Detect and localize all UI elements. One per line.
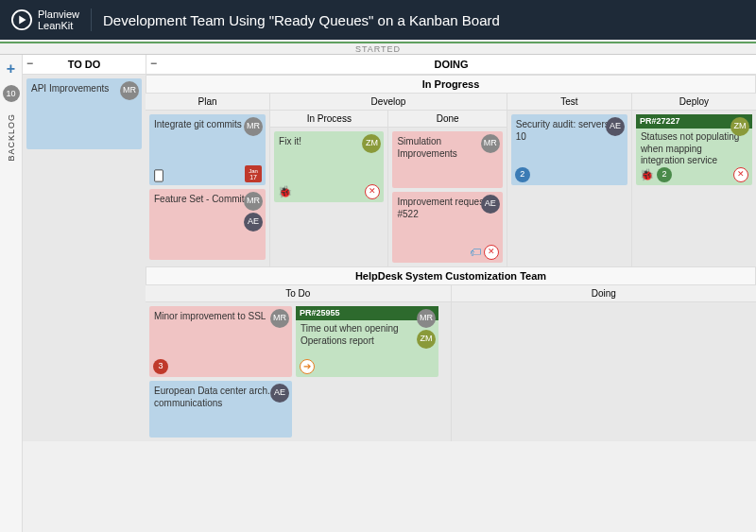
- subcol-develop[interactable]: Develop: [270, 94, 507, 111]
- subcol-plan[interactable]: Plan: [146, 94, 269, 111]
- brand-line1: Planview: [38, 9, 79, 20]
- subcol-deploy[interactable]: Deploy: [632, 94, 756, 111]
- swimlane-in-progress[interactable]: In Progress: [146, 75, 756, 94]
- tag-icon: 🏷: [470, 246, 481, 260]
- avatar[interactable]: MR: [270, 309, 289, 328]
- avatar[interactable]: ZM: [362, 134, 381, 153]
- subcol-hd-doing[interactable]: Doing: [452, 285, 757, 302]
- card-api-improvements[interactable]: API Improvements MR: [26, 78, 142, 149]
- started-strip: STARTED: [0, 42, 756, 55]
- subcol-done[interactable]: Done: [388, 111, 506, 128]
- card-ssl[interactable]: Minor improvement to SSL MR 3: [149, 306, 292, 377]
- brand-logo: Planview LeanKit: [11, 9, 79, 31]
- card-feature-set[interactable]: Feature Set - Commits MR AE: [149, 189, 266, 260]
- avatar[interactable]: AE: [606, 117, 625, 136]
- blocked-icon[interactable]: ✕: [365, 184, 380, 199]
- brand-line2: LeanKit: [38, 20, 79, 31]
- card-security-audit[interactable]: Security audit: servers 1-10 AE 2: [511, 114, 627, 185]
- avatar[interactable]: AE: [270, 384, 289, 403]
- svg-rect-1: [155, 170, 163, 181]
- card-simulation[interactable]: Simulation Improvements MR: [392, 131, 502, 188]
- swimlane-helpdesk[interactable]: HelpDesk System Customization Team: [146, 266, 756, 285]
- card-pr27227[interactable]: PR#27227 Statuses not populating when ma…: [636, 114, 752, 185]
- subcol-test[interactable]: Test: [507, 94, 631, 111]
- play-icon: [11, 9, 32, 30]
- collapse-icon[interactable]: −: [26, 57, 33, 70]
- bug-icon: 🐞: [640, 168, 654, 182]
- divider: [91, 9, 92, 31]
- app-header: Planview LeanKit Development Team Using …: [0, 0, 756, 40]
- column-header-doing[interactable]: − DOING: [146, 55, 756, 74]
- blocked-icon[interactable]: ✕: [733, 167, 748, 182]
- avatar[interactable]: AE: [244, 213, 263, 232]
- card-integrate-git[interactable]: Integrate git commits MR Jan17: [149, 114, 266, 185]
- left-sidebar: + 10 BACKLOG: [0, 55, 23, 532]
- backlog-count[interactable]: 10: [3, 85, 20, 102]
- avatar[interactable]: ZM: [730, 117, 749, 136]
- blocked-icon[interactable]: ✕: [484, 245, 499, 260]
- add-button[interactable]: +: [7, 60, 15, 77]
- subcol-in-process[interactable]: In Process: [270, 111, 387, 128]
- bug-icon: 🐞: [278, 185, 292, 199]
- todo-column: API Improvements MR: [23, 75, 146, 441]
- avatar[interactable]: MR: [417, 309, 436, 328]
- avatar[interactable]: MR: [244, 117, 263, 136]
- backlog-label[interactable]: BACKLOG: [7, 113, 16, 162]
- avatar[interactable]: ZM: [417, 330, 436, 349]
- doing-column: In Progress Plan Integrate git commits M…: [146, 75, 756, 441]
- card-pr25955[interactable]: PR#25955 Time out when opening Operation…: [296, 306, 438, 377]
- avatar[interactable]: MR: [244, 192, 263, 211]
- card-fix-it[interactable]: Fix it! ZM 🐞 ✕: [274, 131, 384, 202]
- card-eu-datacenter[interactable]: European Data center arch. communication…: [149, 381, 292, 438]
- subcol-hd-todo[interactable]: To Do: [146, 285, 451, 302]
- count-badge: 2: [657, 167, 672, 182]
- calendar-icon: Jan17: [245, 165, 262, 182]
- avatar[interactable]: AE: [481, 195, 500, 214]
- card-improvement-522[interactable]: Improvement request #522 AE 🏷✕: [392, 192, 502, 263]
- arrow-icon: ➔: [300, 359, 315, 374]
- collapse-icon[interactable]: −: [150, 57, 157, 70]
- count-badge: 2: [515, 167, 530, 182]
- kanban-board: − TO DO − DOING API Improvements MR In P…: [23, 55, 756, 532]
- count-badge: 3: [153, 359, 168, 374]
- device-icon: [153, 169, 164, 182]
- page-title: Development Team Using "Ready Queues" on…: [103, 12, 500, 28]
- column-header-todo[interactable]: − TO DO: [23, 55, 146, 74]
- avatar[interactable]: MR: [481, 134, 500, 153]
- avatar[interactable]: MR: [120, 81, 139, 100]
